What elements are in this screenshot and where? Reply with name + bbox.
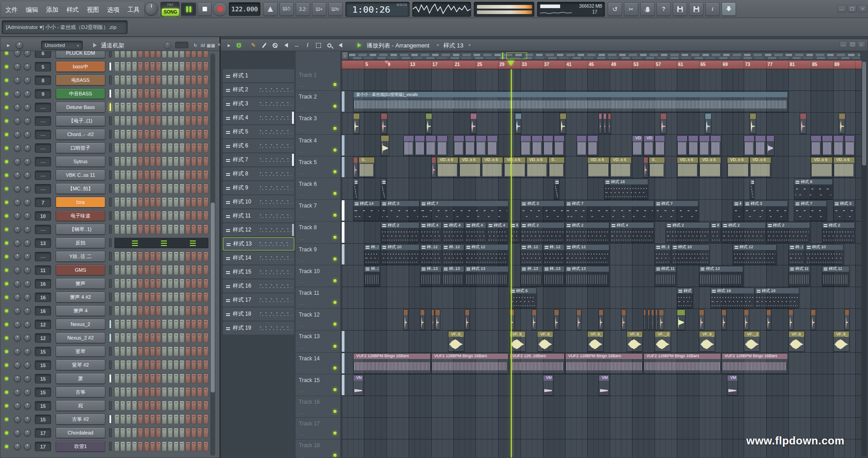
channel-pan-knob[interactable] xyxy=(14,104,21,111)
step-cell[interactable] xyxy=(114,89,119,99)
step-cell[interactable] xyxy=(144,279,149,288)
step-cell[interactable] xyxy=(144,414,149,424)
playlist-clip[interactable]: VF..9_2 xyxy=(537,331,553,352)
playlist-clip[interactable] xyxy=(844,135,855,156)
channel-pan-knob[interactable] xyxy=(14,253,21,260)
playlist-clip[interactable]: 样..13 xyxy=(442,266,464,287)
track-color-tab[interactable] xyxy=(342,157,344,177)
step-cell[interactable] xyxy=(168,414,173,424)
step-cell[interactable] xyxy=(126,373,131,383)
step-cell[interactable] xyxy=(120,292,125,302)
channel-selector-indicator[interactable] xyxy=(109,401,112,410)
save-button[interactable] xyxy=(673,2,687,16)
step-cell[interactable] xyxy=(114,75,119,85)
playlist-clip[interactable]: 样式 4 xyxy=(442,222,464,243)
step-cell[interactable] xyxy=(138,373,143,383)
step-cell[interactable] xyxy=(179,224,184,234)
playlist-clip[interactable]: VUF2 128BPM Bingo 16Bars xyxy=(353,353,431,374)
track-mute-led[interactable] xyxy=(333,191,337,196)
channel-pan-knob[interactable] xyxy=(14,77,21,84)
channel-name-button[interactable]: 古筝 xyxy=(56,387,105,397)
step-cell[interactable] xyxy=(203,292,208,302)
channel-selector-indicator[interactable] xyxy=(109,238,112,247)
channel-volume-knob[interactable] xyxy=(24,267,31,274)
channel-target-number[interactable]: 15 xyxy=(35,401,51,411)
step-cell[interactable] xyxy=(114,373,119,383)
playlist-clip[interactable] xyxy=(659,309,664,330)
channel-target-number[interactable]: 10 xyxy=(35,211,51,221)
step-cell[interactable] xyxy=(168,265,173,275)
step-cell[interactable] xyxy=(150,346,155,356)
step-cell[interactable] xyxy=(114,387,119,397)
step-cell[interactable] xyxy=(197,265,202,275)
step-cell[interactable] xyxy=(150,75,155,85)
playlist-clip[interactable]: 0.. xyxy=(649,157,665,178)
step-cell[interactable] xyxy=(174,292,179,302)
step-cell[interactable] xyxy=(114,156,119,166)
step-cell[interactable] xyxy=(179,360,184,370)
playlist-clip[interactable]: VF..9_2 xyxy=(627,331,643,352)
step-cell[interactable] xyxy=(156,51,161,58)
channel-selector-indicator[interactable] xyxy=(109,225,112,234)
pattern-list-item[interactable]: 样式 2 xyxy=(223,83,294,96)
playlist-clip[interactable] xyxy=(766,135,775,156)
step-cell[interactable] xyxy=(168,387,173,397)
step-cell[interactable] xyxy=(138,306,143,316)
step-cell[interactable] xyxy=(168,360,173,370)
playlist-clip[interactable]: 样式 2 xyxy=(565,222,609,243)
step-cell[interactable] xyxy=(150,373,155,383)
playlist-clip[interactable] xyxy=(381,179,386,199)
step-cell[interactable] xyxy=(197,211,202,221)
typing-keyboard-button[interactable]: Ш+ xyxy=(312,2,326,16)
step-cell[interactable] xyxy=(144,265,149,275)
step-cell[interactable] xyxy=(203,387,208,397)
step-cell[interactable] xyxy=(126,197,131,207)
playlist-clip[interactable] xyxy=(599,113,602,134)
mic-record-button[interactable] xyxy=(640,2,655,16)
step-cell[interactable] xyxy=(185,401,190,411)
track-name[interactable]: Track 18 xyxy=(299,442,320,449)
step-cell[interactable] xyxy=(174,197,179,207)
channel-target-number[interactable]: 15 xyxy=(35,347,51,356)
playlist-clip[interactable]: 样式 2 xyxy=(722,222,766,243)
channel-target-number[interactable]: --- xyxy=(35,184,51,194)
step-cell[interactable] xyxy=(132,441,137,451)
step-cell[interactable] xyxy=(203,197,208,207)
step-cell[interactable] xyxy=(156,306,161,316)
step-cell[interactable] xyxy=(162,156,167,166)
main-volume-knob[interactable] xyxy=(145,2,158,15)
step-cell[interactable] xyxy=(132,292,137,302)
step-cell[interactable] xyxy=(150,129,155,139)
playlist-clip[interactable] xyxy=(811,135,821,156)
step-cell[interactable] xyxy=(179,61,184,71)
cut-tool-button[interactable]: ✂ xyxy=(624,2,638,16)
step-cell[interactable] xyxy=(138,346,143,356)
pattern-list-item[interactable]: 样式 12 xyxy=(223,223,294,236)
channel-selector-indicator[interactable] xyxy=(109,279,112,288)
step-cell[interactable] xyxy=(197,401,202,411)
step-cell[interactable] xyxy=(138,251,143,261)
step-cell[interactable] xyxy=(174,61,179,71)
step-cell[interactable] xyxy=(197,197,202,207)
channel-pan-knob[interactable] xyxy=(14,90,21,97)
playlist-pattern-label[interactable]: 样式 13 xyxy=(443,42,463,50)
step-cell[interactable] xyxy=(191,116,196,126)
playlist-clip[interactable]: VD..s 6 xyxy=(699,157,721,178)
playlist-clip[interactable]: VD..s 6 xyxy=(677,157,698,178)
playlist-clip[interactable]: VUF2 128BPM Bingo 16Bars xyxy=(565,353,643,374)
step-cell[interactable] xyxy=(191,184,196,194)
step-cell[interactable] xyxy=(179,89,184,99)
channel-selector-indicator[interactable] xyxy=(109,306,112,315)
step-cell[interactable] xyxy=(174,306,179,316)
track-name[interactable]: Track 17 xyxy=(299,420,320,427)
channel-selector-indicator[interactable] xyxy=(109,184,112,193)
track-name[interactable]: Track 3 xyxy=(299,115,317,122)
playlist-clip[interactable] xyxy=(643,309,646,330)
channel-pan-knob[interactable] xyxy=(14,294,21,301)
step-cell[interactable] xyxy=(203,414,208,424)
step-cell[interactable] xyxy=(156,143,161,153)
step-cell[interactable] xyxy=(197,414,202,424)
step-cell[interactable] xyxy=(114,401,119,411)
step-cell[interactable] xyxy=(114,333,119,343)
step-cell[interactable] xyxy=(132,401,137,411)
